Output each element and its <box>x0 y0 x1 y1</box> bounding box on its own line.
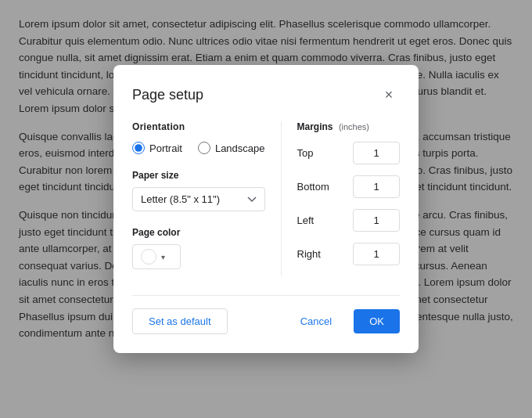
portrait-radio[interactable] <box>132 142 145 154</box>
portrait-label: Portrait <box>149 142 182 154</box>
right-column: Margins (inches) Top Bottom Left Right <box>281 121 400 276</box>
orientation-label: Orientation <box>132 121 265 132</box>
dialog-title: Page setup <box>132 87 203 103</box>
margin-left-label: Left <box>297 214 329 226</box>
footer-right-buttons: Cancel OK <box>285 309 400 333</box>
margin-left-input[interactable] <box>353 209 400 232</box>
set-as-default-button[interactable]: Set as default <box>132 308 228 334</box>
portrait-option[interactable]: Portrait <box>132 142 182 154</box>
cancel-button[interactable]: Cancel <box>285 309 347 333</box>
margin-top-label: Top <box>297 147 329 159</box>
margin-right-label: Right <box>297 248 329 260</box>
margin-right-row: Right <box>297 243 400 265</box>
paper-size-select[interactable]: Letter (8.5" x 11") A4 Legal Tabloid <box>132 187 265 211</box>
color-arrow-icon: ▾ <box>161 253 165 261</box>
landscape-radio[interactable] <box>198 142 210 154</box>
margin-top-input[interactable] <box>353 142 400 164</box>
margins-label: Margins (inches) <box>297 121 400 132</box>
margin-right-input[interactable] <box>353 243 400 265</box>
dialog-footer: Set as default Cancel OK <box>132 295 400 334</box>
margin-top-row: Top <box>297 142 400 164</box>
dialog-header: Page setup × <box>132 84 400 106</box>
modal-overlay: Page setup × Orientation Portrait Landsc… <box>0 0 532 418</box>
margins-label-text: Margins <box>297 121 333 132</box>
close-button[interactable]: × <box>378 84 400 106</box>
paper-size-label: Paper size <box>132 170 265 181</box>
page-setup-dialog: Page setup × Orientation Portrait Landsc… <box>113 65 419 353</box>
margins-unit: (inches) <box>339 122 369 132</box>
page-color-label: Page color <box>132 227 265 238</box>
dialog-body: Orientation Portrait Landscape Paper siz… <box>132 121 400 276</box>
color-swatch <box>141 249 156 265</box>
margin-bottom-row: Bottom <box>297 175 400 198</box>
margin-left-row: Left <box>297 209 400 232</box>
page-color-button[interactable]: ▾ <box>132 244 181 269</box>
margin-bottom-label: Bottom <box>297 181 329 193</box>
margin-bottom-input[interactable] <box>353 175 400 198</box>
ok-button[interactable]: OK <box>354 309 400 333</box>
landscape-label: Landscape <box>215 142 265 154</box>
orientation-group: Portrait Landscape <box>132 142 265 154</box>
left-column: Orientation Portrait Landscape Paper siz… <box>132 121 281 276</box>
landscape-option[interactable]: Landscape <box>198 142 265 154</box>
